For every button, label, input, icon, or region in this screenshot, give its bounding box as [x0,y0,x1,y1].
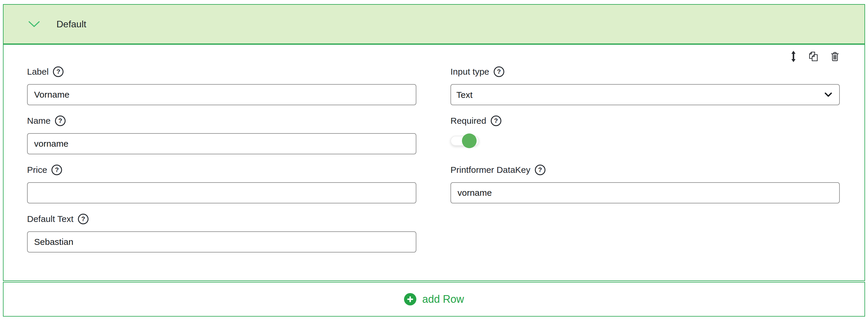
printformer-datakey-input[interactable] [451,182,840,203]
help-icon[interactable]: ? [53,66,63,77]
field-default-text: Default Text ? [27,213,416,253]
field-printformer-datakey-caption: Printformer DataKey ? [451,164,840,176]
field-label: Label ? [27,66,416,105]
label-input[interactable] [27,84,416,105]
field-default-text-text: Default Text [27,214,73,224]
duplicate-row-button[interactable] [808,51,819,62]
field-input-type-caption: Input type ? [451,66,840,77]
field-name-text: Name [27,116,51,126]
field-price-text: Price [27,165,47,175]
field-form: Label ? Input type ? Text Name [27,66,840,253]
field-input-type: Input type ? Text [451,66,840,105]
field-input-type-text: Input type [451,67,489,77]
accordion-title: Default [57,19,86,30]
help-icon[interactable]: ? [52,165,62,175]
required-toggle[interactable] [451,133,479,149]
field-label-caption: Label ? [27,66,416,77]
field-price: Price ? [27,164,416,203]
field-name: Name ? [27,115,416,154]
duplicate-icon [808,51,819,62]
help-icon[interactable]: ? [78,214,89,224]
add-row-label: add Row [422,293,464,306]
field-label-text: Label [27,67,49,77]
field-name-caption: Name ? [27,115,416,127]
name-input[interactable] [27,133,416,154]
field-price-caption: Price ? [27,164,416,176]
delete-row-button[interactable] [830,51,840,62]
accordion-header-default[interactable]: Default [3,4,865,44]
field-required-text: Required [451,116,486,126]
help-icon[interactable]: ? [535,165,546,175]
help-icon[interactable]: ? [494,66,504,77]
default-text-input[interactable] [27,231,416,253]
add-row-bar: add Row [3,282,865,317]
input-type-select[interactable]: Text [451,84,840,105]
move-row-button[interactable] [790,51,797,62]
row-panel: Label ? Input type ? Text Name [3,44,865,281]
add-row-button[interactable]: add Row [404,293,464,306]
help-icon[interactable]: ? [55,116,66,126]
move-vertical-icon [790,51,797,62]
field-default-text-caption: Default Text ? [27,213,416,225]
trash-icon [830,51,840,62]
field-required: Required ? [451,115,840,154]
row-toolbar [27,51,840,62]
field-printformer-datakey-text: Printformer DataKey [451,165,530,175]
help-icon[interactable]: ? [491,116,501,126]
plus-circle-icon [404,293,416,306]
chevron-down-icon [28,21,40,27]
field-printformer-datakey: Printformer DataKey ? [451,164,840,203]
price-input[interactable] [27,182,416,203]
toggle-knob [462,133,477,148]
field-required-caption: Required ? [451,115,840,127]
